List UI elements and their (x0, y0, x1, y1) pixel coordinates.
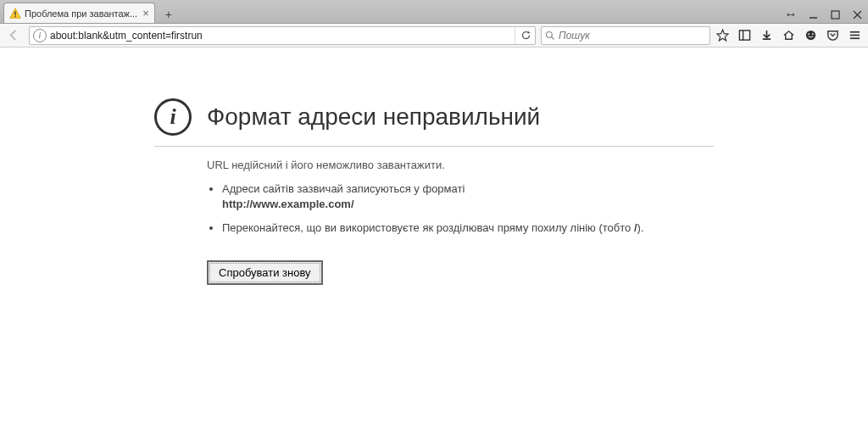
error-suggestions: Адреси сайтів зазвичай записуються у фор… (222, 181, 714, 237)
svg-rect-4 (832, 11, 839, 19)
svg-point-14 (811, 33, 813, 35)
menu-button[interactable] (844, 26, 865, 45)
info-circle-icon: i (154, 98, 192, 136)
minimize-button[interactable] (802, 6, 824, 23)
resize-icon[interactable]: ↔ (780, 6, 802, 23)
close-window-button[interactable] (846, 6, 868, 23)
search-icon (545, 31, 555, 41)
url-input[interactable] (50, 30, 511, 42)
svg-rect-2 (14, 15, 15, 16)
tab-active[interactable]: Проблема при завантаж... × (3, 3, 155, 23)
maximize-button[interactable] (824, 6, 846, 23)
reload-button[interactable] (515, 27, 531, 44)
downloads-button[interactable] (756, 26, 776, 45)
chat-icon[interactable] (800, 26, 821, 45)
tab-title: Проблема при завантаж... (25, 8, 137, 19)
back-button (3, 26, 24, 45)
svg-marker-7 (528, 31, 531, 34)
pocket-button[interactable] (822, 26, 843, 45)
svg-rect-10 (739, 31, 749, 40)
svg-point-13 (808, 33, 810, 35)
error-page: i Формат адреси неправильний URL недійсн… (154, 98, 714, 285)
list-item: Адреси сайтів зазвичай записуються у фор… (222, 181, 714, 212)
search-input[interactable] (559, 30, 706, 42)
new-tab-button[interactable]: + (159, 6, 179, 23)
svg-line-5 (854, 11, 861, 19)
svg-point-12 (805, 31, 815, 40)
warning-icon (9, 8, 21, 20)
home-button[interactable] (778, 26, 798, 45)
bookmark-button[interactable] (712, 26, 732, 45)
url-bar[interactable]: i (29, 26, 536, 45)
info-icon[interactable]: i (33, 29, 47, 42)
svg-rect-1 (14, 11, 15, 14)
error-title: Формат адреси неправильний (207, 103, 540, 131)
error-description: URL недійсний і його неможливо завантажи… (207, 159, 714, 171)
svg-line-9 (552, 36, 554, 39)
sidebar-button[interactable] (734, 26, 754, 45)
svg-line-6 (854, 11, 861, 19)
list-item: Переконайтеся, що ви використовуєте як р… (222, 220, 714, 236)
search-bar[interactable] (541, 26, 710, 45)
retry-button[interactable]: Спробувати знову (207, 260, 323, 285)
svg-point-8 (547, 31, 553, 37)
close-icon[interactable]: × (142, 7, 149, 20)
